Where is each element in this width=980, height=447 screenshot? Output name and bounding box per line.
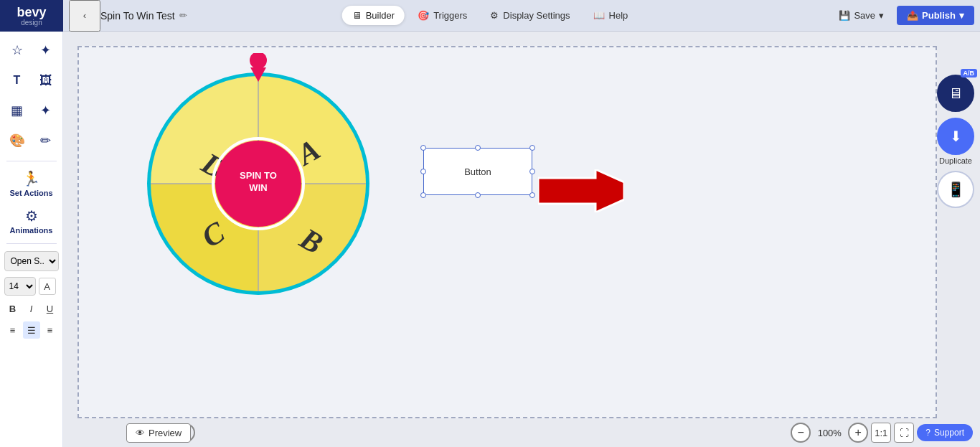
layout-icon[interactable]: ▦ (4, 98, 30, 123)
handle-top[interactable] (475, 145, 481, 151)
left-sidebar: ☆ ✦ T 🖼 ▦ ✦ 🎨 ✏ 🏃 Set Actions ⚙ (0, 32, 63, 447)
tab-display-settings[interactable]: ⚙ Display Settings (480, 6, 580, 25)
set-actions-button[interactable]: 🏃 Set Actions (4, 166, 59, 202)
publish-button[interactable]: 📤 Publish ▾ (897, 6, 974, 25)
publish-chevron: ▾ (959, 10, 964, 21)
draw-icon[interactable]: ✏ (33, 128, 59, 154)
handle-bottom-right[interactable] (529, 192, 535, 198)
settings-icon: ⚙ (490, 10, 499, 21)
svg-text:SPIN TO: SPIN TO (240, 170, 277, 181)
align-center-button[interactable]: ☰ (23, 321, 40, 339)
mobile-view-button[interactable]: 📱 (937, 171, 974, 208)
set-actions-icon: 🏃 (22, 170, 40, 187)
set-actions-label: Set Actions (9, 189, 52, 197)
sidebar-divider-1 (6, 161, 57, 161)
zoom-in-button[interactable]: + (848, 423, 868, 443)
bold-button[interactable]: B (4, 300, 22, 317)
builder-icon: 🖥 (352, 10, 362, 21)
publish-icon: 📤 (907, 10, 918, 21)
canvas-frame: A B C D SPIN TO WIN (77, 46, 937, 418)
help-label: Help (609, 10, 628, 21)
spin-wheel[interactable]: A B C D SPIN TO WIN (143, 69, 373, 298)
align-left-button[interactable]: ≡ (4, 321, 22, 339)
logo-sub: design (21, 19, 42, 27)
image-icon[interactable]: 🖼 (33, 67, 59, 93)
italic-button[interactable]: I (23, 300, 40, 317)
preview-label: Preview (149, 428, 182, 438)
handle-right[interactable] (529, 169, 535, 174)
align-right-button[interactable]: ≡ (42, 321, 59, 339)
header-actions: 💾 Save ▾ 📤 Publish ▾ (830, 6, 974, 25)
sidebar-row-4: 🎨 ✏ (0, 128, 63, 154)
handle-left[interactable] (420, 169, 426, 174)
project-name: Spin To Win Test (100, 10, 175, 22)
text-icon[interactable]: T (4, 67, 30, 93)
svg-point-0 (250, 53, 267, 69)
back-button[interactable]: ‹ (69, 0, 100, 32)
save-label: Save (854, 10, 875, 21)
spin-wheel-container: A B C D SPIN TO WIN (143, 69, 373, 298)
support-icon: ? (925, 428, 930, 438)
logo-text: bevy (17, 6, 46, 19)
sidebar-row-2: T 🖼 (0, 67, 63, 93)
zoom-level: 100% (814, 428, 845, 438)
font-selector[interactable]: Open S... Arial Georgia (4, 251, 59, 271)
canvas-button[interactable]: Button (423, 148, 532, 195)
align-row: ≡ ☰ ≡ (4, 321, 59, 339)
sidebar-row-1: ☆ ✦ (0, 37, 63, 63)
handle-top-right[interactable] (529, 145, 535, 151)
canvas-area: A B C D SPIN TO WIN (63, 32, 980, 447)
header: ‹ Spin To Win Test ✏ 🖥 Builder 🎯 Trigger… (0, 0, 980, 32)
bold-label: B (9, 304, 16, 314)
wheel-pointer (248, 53, 269, 82)
right-panel: 🖥 A/B ⬇ Duplicate 📱 (937, 75, 974, 208)
desktop-view-button[interactable]: 🖥 (937, 75, 974, 112)
support-button[interactable]: ? Support (917, 424, 973, 441)
support-label: Support (934, 428, 964, 438)
paint-icon[interactable]: 🎨 (4, 128, 30, 154)
canvas-arrow (538, 169, 624, 215)
save-icon: 💾 (839, 10, 850, 21)
edit-icon[interactable]: ✏ (179, 10, 187, 21)
display-settings-label: Display Settings (503, 10, 570, 21)
fullscreen-button[interactable]: ⛶ (894, 423, 914, 443)
bottom-bar: 👁 Preview 1 + ? − 100% + 1:1 ⛶ ? Support (126, 418, 980, 447)
svg-marker-1 (250, 67, 266, 82)
preview-button[interactable]: 👁 Preview (126, 423, 191, 443)
triggers-label: Triggers (433, 10, 467, 21)
font-size-row: 14 12 16 18 A (4, 277, 59, 296)
tab-triggers[interactable]: 🎯 Triggers (407, 6, 477, 25)
handle-bottom[interactable] (475, 192, 481, 198)
download-icon: ⬇ (950, 128, 962, 145)
fit-button[interactable]: 1:1 (871, 423, 891, 443)
desktop-view-container: 🖥 A/B (937, 75, 974, 112)
duplicate-button[interactable]: ⬇ (937, 118, 974, 155)
svg-marker-13 (538, 169, 624, 212)
mobile-icon: 📱 (947, 181, 965, 198)
handle-bottom-left[interactable] (420, 192, 426, 198)
builder-label: Builder (366, 10, 395, 21)
animations-button[interactable]: ⚙ Animations (4, 203, 59, 239)
save-chevron: ▾ (879, 10, 884, 21)
zoom-out-button[interactable]: − (791, 423, 811, 443)
effects-icon[interactable]: ✦ (33, 98, 59, 123)
ab-label: A/B (961, 69, 978, 77)
font-a-button[interactable]: A (39, 278, 56, 295)
logo: bevy design (0, 0, 63, 32)
nav-center: 🖥 Builder 🎯 Triggers ⚙ Display Settings … (342, 6, 639, 25)
italic-label: I (30, 304, 33, 314)
add-widget-icon[interactable]: ✦ (33, 37, 59, 63)
sidebar-divider-2 (6, 243, 57, 244)
animations-icon: ⚙ (25, 207, 38, 225)
back-icon: ‹ (83, 10, 86, 21)
duplicate-label: Duplicate (939, 156, 972, 165)
tab-help[interactable]: 📖 Help (583, 6, 639, 25)
tab-builder[interactable]: 🖥 Builder (342, 6, 405, 25)
preview-eye-icon: 👁 (136, 428, 145, 438)
handle-top-left[interactable] (420, 145, 426, 151)
underline-label: U (47, 304, 53, 314)
add-element-icon[interactable]: ☆ (4, 37, 30, 63)
save-button[interactable]: 💾 Save ▾ (830, 6, 892, 25)
underline-button[interactable]: U (42, 300, 59, 317)
font-size-selector[interactable]: 14 12 16 18 (4, 277, 36, 296)
